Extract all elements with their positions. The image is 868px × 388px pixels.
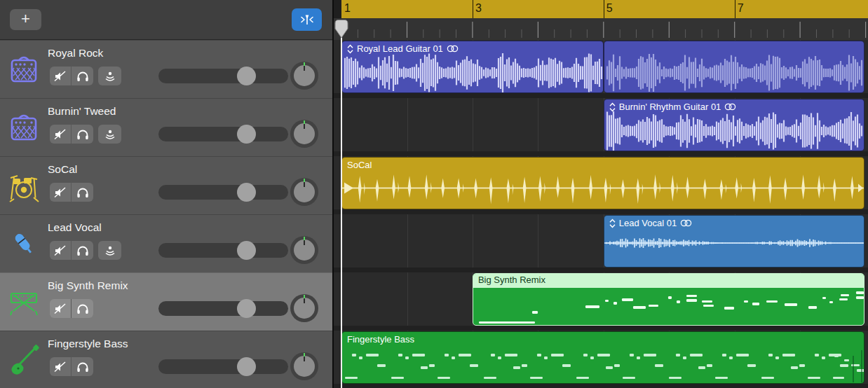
region-name: Burnin' Rhythm Guitar 01 — [619, 102, 721, 112]
mute-icon — [53, 70, 67, 83]
mute-button[interactable] — [50, 357, 72, 376]
add-track-button[interactable]: + — [10, 9, 41, 30]
volume-slider-thumb[interactable] — [237, 357, 256, 376]
volume-slider[interactable] — [158, 243, 288, 258]
midi-note — [366, 354, 379, 356]
midi-note — [537, 354, 541, 356]
mute-button[interactable] — [50, 241, 72, 260]
playhead-line[interactable] — [341, 34, 342, 388]
midi-note — [630, 354, 634, 356]
pan-knob[interactable] — [290, 294, 318, 322]
region-big-synth-remix[interactable]: Big Synth Remix — [473, 273, 864, 326]
input-monitoring-button[interactable] — [98, 125, 121, 144]
midi-note — [690, 354, 703, 356]
solo-button[interactable] — [72, 357, 93, 376]
mute-button[interactable] — [50, 125, 72, 144]
bar-number-label: 7 — [738, 2, 744, 15]
mute-button[interactable] — [50, 299, 72, 318]
midi-note — [623, 377, 635, 380]
track-header-row[interactable]: SoCal — [0, 156, 332, 214]
input-monitoring-button[interactable] — [98, 241, 121, 260]
midi-note — [391, 377, 404, 380]
midi-note — [698, 366, 705, 369]
bar-gridline — [407, 272, 408, 326]
beat-ruler[interactable]: 1357 — [334, 0, 868, 40]
transpose-icon — [609, 219, 616, 228]
ruler-ticks — [334, 18, 868, 40]
mute-button[interactable] — [50, 183, 72, 202]
midi-note — [513, 366, 520, 369]
region-name: Big Synth Remix — [478, 275, 545, 285]
midi-note — [736, 354, 749, 356]
track-header-row[interactable]: Big Synth Remix — [0, 272, 332, 331]
track-lane[interactable]: SoCal — [334, 156, 868, 214]
track-icon — [6, 110, 41, 146]
region-audio-continuation[interactable] — [604, 41, 864, 93]
lane-separator — [334, 151, 868, 156]
bar-gridline — [407, 98, 408, 151]
headphones-icon — [76, 244, 90, 257]
region-socal[interactable]: SoCal — [341, 157, 864, 209]
track-lane[interactable]: Fingerstyle Bass — [334, 331, 868, 388]
amp-icon — [7, 111, 41, 146]
track-header-row[interactable]: Fingerstyle Bass — [0, 331, 332, 388]
track-name: Burnin' Tweed — [48, 105, 116, 118]
midi-note — [544, 356, 548, 359]
volume-slider-thumb[interactable] — [237, 183, 256, 202]
input-monitoring-button[interactable] — [98, 67, 121, 85]
track-lane[interactable]: Lead Vocal 01 — [334, 214, 868, 272]
pan-knob-indicator — [304, 120, 305, 124]
track-lane[interactable]: Big Synth Remix — [334, 272, 868, 331]
region-royal-lead-guitar-01[interactable]: Royal Lead Guitar 01 — [341, 41, 604, 93]
pan-knob-notch — [304, 182, 305, 187]
volume-slider-thumb[interactable] — [237, 67, 256, 85]
lane-separator — [334, 93, 868, 98]
track-lane[interactable]: Burnin' Rhythm Guitar 01 — [334, 98, 868, 156]
lane-separator — [334, 326, 868, 331]
headphones-icon — [76, 186, 90, 199]
cycle-region-bar[interactable]: 1357 — [341, 0, 868, 18]
catch-playhead-button[interactable] — [292, 8, 322, 31]
headphones-icon — [76, 70, 90, 83]
pan-knob[interactable] — [290, 62, 318, 90]
region-fingerstyle-bass[interactable]: Fingerstyle Bass — [341, 331, 864, 384]
track-lane[interactable]: Royal Lead Guitar 01 — [334, 40, 868, 98]
midi-note — [412, 354, 425, 356]
volume-slider[interactable] — [158, 127, 288, 141]
mute-button[interactable] — [50, 67, 72, 85]
track-header-row[interactable]: Burnin' Tweed — [0, 98, 332, 156]
solo-button[interactable] — [72, 125, 93, 144]
volume-slider-thumb[interactable] — [237, 299, 256, 318]
midi-note — [815, 354, 819, 356]
volume-slider-thumb[interactable] — [237, 125, 256, 144]
stereo-icon — [680, 219, 692, 227]
region-burnin-rhythm-guitar-01[interactable]: Burnin' Rhythm Guitar 01 — [604, 99, 864, 151]
mute-solo-group — [50, 125, 93, 144]
track-header-row[interactable]: Lead Vocal — [0, 214, 332, 272]
pan-knob[interactable] — [290, 120, 318, 148]
midi-note — [479, 321, 535, 324]
track-name: SoCal — [48, 163, 77, 176]
volume-slider[interactable] — [158, 301, 288, 316]
solo-button[interactable] — [72, 299, 93, 318]
midi-note — [562, 364, 571, 367]
solo-button[interactable] — [72, 67, 93, 85]
region-lead-vocal-01[interactable]: Lead Vocal 01 — [604, 215, 864, 268]
volume-slider[interactable] — [158, 185, 288, 200]
midi-note — [655, 364, 663, 367]
track-icon — [6, 284, 41, 321]
bar-divider-line — [735, 0, 735, 18]
playhead-handle[interactable] — [334, 19, 349, 39]
solo-button[interactable] — [72, 183, 93, 202]
midi-note — [590, 356, 594, 359]
pan-knob[interactable] — [290, 236, 318, 264]
pan-knob[interactable] — [290, 178, 318, 206]
pan-knob[interactable] — [290, 352, 318, 380]
volume-slider[interactable] — [158, 359, 288, 374]
solo-button[interactable] — [72, 241, 93, 260]
track-header-row[interactable]: Royal Rock — [0, 40, 332, 98]
midi-note — [605, 300, 609, 303]
track-icon — [6, 226, 41, 263]
volume-slider[interactable] — [158, 69, 288, 83]
volume-slider-thumb[interactable] — [237, 241, 256, 260]
